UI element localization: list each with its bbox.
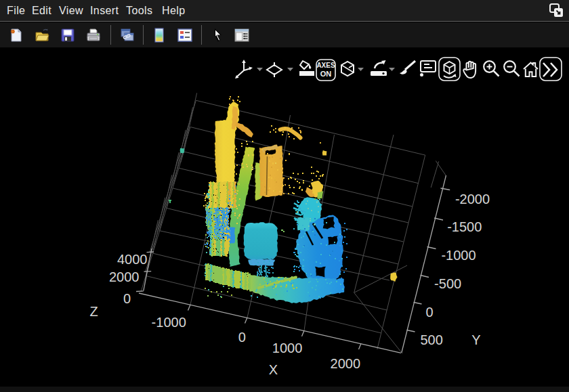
svg-text:-1000: -1000 — [441, 248, 476, 263]
svg-text:2000: 2000 — [331, 356, 361, 371]
svg-text:4000: 4000 — [117, 252, 148, 267]
svg-text:-1500: -1500 — [447, 219, 482, 234]
svg-text:0: 0 — [123, 291, 131, 306]
svg-text:1000: 1000 — [272, 341, 303, 355]
svg-text:AXES: AXES — [316, 62, 335, 69]
svg-text:0: 0 — [425, 305, 433, 320]
svg-text:ON: ON — [320, 70, 332, 78]
svg-text:2000: 2000 — [109, 269, 140, 284]
svg-text:-500: -500 — [434, 276, 461, 291]
svg-text:-1000: -1000 — [152, 315, 186, 330]
svg-text:X: X — [269, 362, 278, 377]
svg-text:Y: Y — [471, 332, 480, 347]
svg-text:500: 500 — [420, 332, 442, 347]
svg-text:0: 0 — [238, 330, 246, 345]
svg-text:-2000: -2000 — [455, 192, 490, 206]
svg-text:Z: Z — [89, 304, 98, 319]
